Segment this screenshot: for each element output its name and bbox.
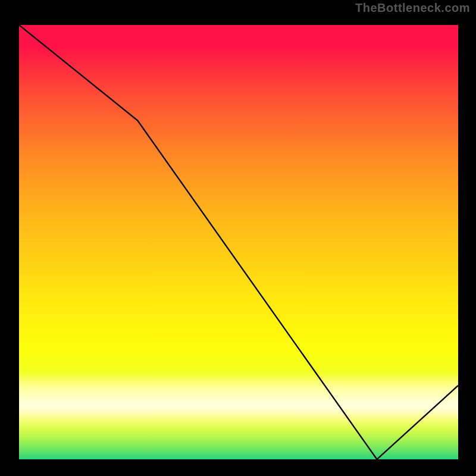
bottleneck-curve: [19, 25, 458, 459]
watermark-text: TheBottleneck.com: [355, 1, 470, 15]
plot-area: [13, 19, 464, 465]
chart-frame: TheBottleneck.com: [0, 0, 476, 476]
